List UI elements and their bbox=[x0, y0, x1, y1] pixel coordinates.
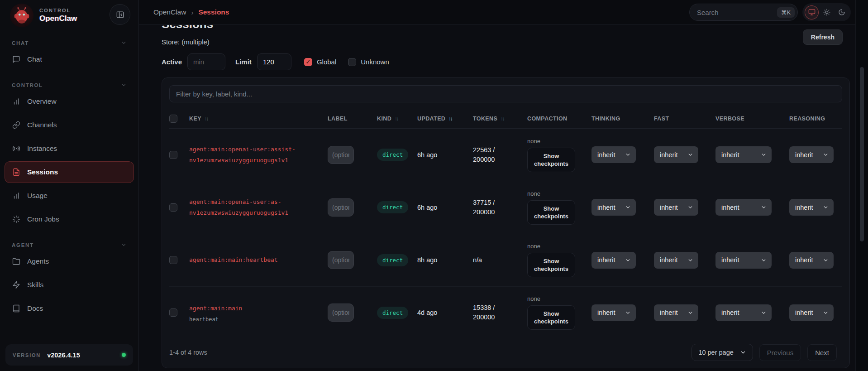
compaction-value: none bbox=[527, 295, 540, 302]
verbose-select[interactable]: inherit bbox=[715, 146, 772, 163]
limit-input[interactable] bbox=[257, 53, 291, 70]
table-row: agent:main:main heartbeat direct 4d ago … bbox=[169, 287, 842, 339]
session-key[interactable]: agent:main:main bbox=[189, 303, 314, 314]
sidebar-item-sessions[interactable]: Sessions bbox=[5, 161, 134, 183]
scrollbar-track[interactable] bbox=[855, 0, 868, 371]
sidebar-item-docs[interactable]: Docs bbox=[5, 297, 134, 320]
sidebar-item-cron-jobs[interactable]: Cron Jobs bbox=[5, 207, 134, 231]
fast-select[interactable]: inherit bbox=[654, 304, 698, 321]
chevron-down-icon bbox=[121, 242, 127, 248]
sidebar-section-chat[interactable]: CHAT bbox=[5, 40, 134, 46]
column-header-tokens[interactable]: TOKENS ↑↓ bbox=[473, 116, 527, 122]
chevron-down-icon bbox=[761, 204, 767, 210]
bar-chart-icon bbox=[12, 192, 20, 200]
reasoning-select[interactable]: inherit bbox=[789, 252, 834, 269]
fast-select[interactable]: inherit bbox=[654, 252, 698, 269]
theme-dark-button[interactable] bbox=[835, 5, 849, 19]
label-input[interactable] bbox=[328, 146, 354, 164]
theme-switcher bbox=[802, 3, 851, 21]
chevron-down-icon bbox=[740, 349, 746, 356]
fast-select[interactable]: inherit bbox=[654, 199, 698, 216]
sort-icon[interactable]: ↑↓ bbox=[501, 116, 504, 121]
refresh-button[interactable]: Refresh bbox=[803, 29, 843, 45]
link-icon bbox=[12, 121, 20, 129]
previous-page-button[interactable]: Previous bbox=[759, 344, 801, 361]
sidebar-collapse-button[interactable] bbox=[110, 4, 130, 25]
page-title: Sessions bbox=[162, 25, 213, 31]
sidebar-section-agent[interactable]: AGENT bbox=[5, 242, 134, 248]
sort-icon[interactable]: ↑↓ bbox=[205, 116, 208, 121]
sidebar-item-overview[interactable]: Overview bbox=[5, 90, 134, 113]
sort-icon[interactable]: ↑↓ bbox=[395, 116, 398, 121]
topbar: OpenClaw › Sessions ⌘K bbox=[139, 0, 868, 25]
label-input[interactable] bbox=[328, 251, 354, 269]
thinking-select[interactable]: inherit bbox=[591, 199, 636, 216]
search-box[interactable]: ⌘K bbox=[689, 4, 798, 21]
reasoning-select[interactable]: inherit bbox=[789, 199, 834, 216]
thinking-select[interactable]: inherit bbox=[591, 304, 636, 321]
chevron-down-icon bbox=[121, 82, 127, 88]
next-page-button[interactable]: Next bbox=[807, 344, 837, 361]
row-checkbox[interactable] bbox=[169, 203, 177, 212]
moon-icon bbox=[838, 9, 845, 16]
verbose-select[interactable]: inherit bbox=[715, 304, 772, 321]
row-checkbox[interactable] bbox=[169, 151, 177, 159]
section-label-text: CHAT bbox=[12, 40, 29, 46]
column-header-compaction: COMPACTION bbox=[527, 116, 591, 122]
sidebar-section-control[interactable]: CONTROL bbox=[5, 82, 134, 88]
label-input[interactable] bbox=[328, 198, 354, 217]
message-square-icon bbox=[12, 55, 20, 63]
page-size-select[interactable]: 10 per page bbox=[692, 344, 753, 361]
verbose-select[interactable]: inherit bbox=[715, 252, 772, 269]
scrollbar-thumb[interactable] bbox=[860, 67, 864, 241]
row-checkbox[interactable] bbox=[169, 308, 177, 317]
show-checkpoints-button[interactable]: Show checkpoints bbox=[527, 305, 575, 330]
reasoning-select[interactable]: inherit bbox=[789, 304, 834, 321]
sidebar-item-usage[interactable]: Usage bbox=[5, 184, 134, 207]
search-input[interactable] bbox=[697, 9, 777, 16]
theme-system-button[interactable] bbox=[805, 5, 819, 19]
column-header-key[interactable]: KEY ↑↓ bbox=[189, 116, 322, 122]
sidebar-item-label: Channels bbox=[27, 121, 57, 129]
app-logo bbox=[10, 4, 33, 27]
sidebar-item-label: Instances bbox=[27, 145, 57, 153]
reasoning-select[interactable]: inherit bbox=[789, 146, 834, 163]
global-checkbox[interactable] bbox=[304, 58, 312, 66]
session-key[interactable]: agent:main:openai-user:assist-nv1ezumzws… bbox=[189, 144, 314, 166]
zap-icon bbox=[12, 281, 20, 289]
verbose-select[interactable]: inherit bbox=[715, 199, 772, 216]
show-checkpoints-button[interactable]: Show checkpoints bbox=[527, 148, 575, 172]
chevron-down-icon bbox=[761, 257, 767, 263]
session-key[interactable]: agent:main:openai-user:as-nv1ezumzwswiuz… bbox=[189, 197, 314, 218]
column-header-verbose: VERBOSE bbox=[715, 116, 789, 122]
sidebar-item-instances[interactable]: Instances bbox=[5, 137, 134, 160]
table-row: agent:main:openai-user:assist-nv1ezumzws… bbox=[169, 129, 842, 181]
theme-light-button[interactable] bbox=[820, 5, 834, 19]
column-header-kind[interactable]: KIND ↑↓ bbox=[377, 116, 417, 122]
sidebar-item-skills[interactable]: Skills bbox=[5, 273, 134, 297]
thinking-select[interactable]: inherit bbox=[591, 146, 636, 163]
thinking-select[interactable]: inherit bbox=[591, 252, 636, 269]
version-pill: VERSION v2026.4.15 bbox=[5, 344, 133, 366]
unknown-checkbox[interactable] bbox=[348, 58, 356, 66]
brand-name: OpenClaw bbox=[39, 14, 77, 23]
sidebar-item-agents[interactable]: Agents bbox=[5, 250, 134, 273]
show-checkpoints-button[interactable]: Show checkpoints bbox=[527, 253, 575, 277]
breadcrumb-root[interactable]: OpenClaw bbox=[153, 8, 186, 16]
sidebar-item-chat[interactable]: Chat bbox=[5, 48, 134, 71]
column-header-updated[interactable]: UPDATED ↑↓ bbox=[417, 116, 473, 122]
table-filter-input[interactable] bbox=[169, 85, 842, 102]
row-checkbox[interactable] bbox=[169, 256, 177, 264]
updated-value: 8h ago bbox=[417, 256, 473, 264]
section-label-text: AGENT bbox=[12, 242, 34, 248]
session-key[interactable]: agent:main:main:heartbeat bbox=[189, 255, 314, 265]
active-min-input[interactable] bbox=[187, 53, 225, 70]
fast-select[interactable]: inherit bbox=[654, 146, 698, 163]
column-header-fast: FAST bbox=[654, 116, 715, 122]
table-footer: 1-4 of 4 rows 10 per page Previous Next bbox=[169, 339, 842, 368]
show-checkpoints-button[interactable]: Show checkpoints bbox=[527, 200, 575, 225]
select-all-checkbox[interactable] bbox=[169, 115, 177, 123]
label-input[interactable] bbox=[328, 304, 354, 322]
sidebar-item-channels[interactable]: Channels bbox=[5, 113, 134, 137]
sort-icon-active[interactable]: ↑↓ bbox=[448, 116, 452, 121]
